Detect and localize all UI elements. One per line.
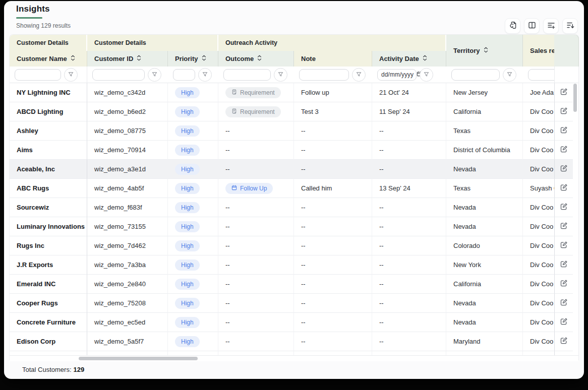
table-row[interactable]: Aceable, Inc wiz_demo_a3e1d High -- -- -…	[10, 160, 578, 179]
col-header-customer-id[interactable]: Customer ID	[87, 51, 168, 67]
priority-label: High	[181, 108, 194, 115]
outcome-cell: Requirement	[218, 83, 294, 102]
table-row[interactable]: Cooper Rugs wiz_demo_75208 High -- -- --…	[10, 294, 578, 313]
col-header-priority[interactable]: Priority	[168, 51, 218, 67]
customer-id-cell: wiz_demo_5a5f7	[87, 332, 168, 351]
col-header-note[interactable]: Note	[294, 51, 372, 67]
sales-rep-text: Div Coo	[530, 261, 553, 269]
activity-date-cell: --	[372, 121, 446, 141]
table-row[interactable]: Aims wiz_demo_70914 High -- -- -- Distri…	[10, 141, 578, 160]
edit-row-button[interactable]	[554, 255, 573, 275]
filter-date-input[interactable]: dd/mm/yyyy	[377, 69, 417, 81]
sort-icon[interactable]	[257, 55, 262, 62]
note-cell: --	[294, 332, 372, 351]
filter-button-note[interactable]	[352, 68, 366, 82]
sales-rep-cell: Joe Ada	[523, 83, 554, 102]
add-lines-icon	[547, 21, 556, 32]
filter-input-territory[interactable]	[451, 69, 500, 81]
sales-rep-cell: Div Coo	[523, 294, 554, 313]
tab-insights[interactable]: Insights	[16, 4, 50, 14]
outcome-empty-text: --	[225, 338, 230, 345]
table-row[interactable]: Concrete Furniture wiz_demo_ec5ed High -…	[10, 313, 578, 332]
table-row[interactable]: Ashley wiz_demo_08775 High -- -- -- Texa…	[10, 121, 578, 141]
priority-cell: High	[168, 294, 218, 313]
sort-icon[interactable]	[137, 55, 141, 62]
edit-row-button[interactable]	[554, 332, 573, 351]
split-columns-button[interactable]	[524, 18, 540, 34]
col-header-sales-rep[interactable]: Sales re	[523, 35, 554, 67]
sort-icon[interactable]	[484, 47, 488, 54]
customer-id-text: wiz_demo_b6ed2	[94, 108, 146, 115]
customer-name-text: ABC Rugs	[17, 184, 49, 192]
edit-row-button[interactable]	[554, 313, 573, 332]
edit-row-button[interactable]	[554, 236, 573, 255]
filter-button-territory[interactable]	[503, 68, 516, 82]
outcome-cell: --	[218, 236, 294, 255]
edit-row-button[interactable]	[554, 102, 573, 121]
table-row[interactable]: Edison Corp wiz_demo_5a5f7 High -- -- --…	[10, 332, 578, 351]
filter-input-customer-id[interactable]	[92, 69, 145, 81]
filter-button-activity-date[interactable]	[420, 68, 433, 82]
sort-icon[interactable]	[423, 55, 427, 62]
edit-row-button[interactable]	[554, 121, 573, 141]
sort-button[interactable]	[562, 18, 578, 34]
col-header-outcome[interactable]: Outcome	[218, 51, 294, 67]
scrollbar-gutter	[573, 255, 578, 275]
col-header-activity-date[interactable]: Activity Date	[372, 51, 446, 67]
edit-row-button[interactable]	[554, 83, 573, 102]
table-row[interactable]: NY Lightning INC wiz_demo_c342d High Req…	[10, 83, 578, 102]
edit-row-button[interactable]	[554, 179, 573, 198]
vertical-scrollbar-thumb[interactable]	[573, 84, 577, 112]
table-row[interactable]: J.R Exports wiz_demo_7a3ba High -- -- --…	[10, 255, 578, 275]
priority-cell: High	[168, 83, 218, 102]
customer-id-cell: wiz_demo_f683f	[87, 198, 168, 217]
table-row[interactable]: ABCD Lighting wiz_demo_b6ed2 High Requir…	[10, 102, 578, 121]
col-header-customer-name[interactable]: Customer Name	[10, 51, 87, 67]
scrollbar-gutter	[573, 198, 578, 217]
add-filter-button[interactable]	[543, 18, 559, 34]
table-row[interactable]: ABC Rugs wiz_demo_4ab5f High Follow Up C…	[10, 179, 578, 198]
horizontal-scrollbar[interactable]	[10, 355, 578, 361]
territory-text: Colorado	[453, 242, 480, 249]
sort-icon[interactable]	[202, 55, 206, 62]
customer-name-cell: Aceable, Inc	[10, 160, 87, 179]
customer-name-text: Aims	[17, 146, 33, 154]
table-row[interactable]: Sourcewiz wiz_demo_f683f High -- -- -- N…	[10, 198, 578, 217]
territory-text: Nevada	[453, 318, 476, 326]
filter-button-customer-name[interactable]	[64, 68, 78, 82]
edit-row-button[interactable]	[554, 275, 573, 294]
filter-input-sales-rep[interactable]	[528, 69, 554, 81]
refresh-data-button[interactable]	[505, 18, 520, 34]
edit-row-button[interactable]	[554, 294, 573, 313]
horizontal-scrollbar-thumb[interactable]	[79, 357, 198, 360]
scrollbar-gutter	[573, 217, 578, 236]
customer-name-text: Emerald INC	[17, 280, 55, 288]
edit-icon	[560, 279, 568, 289]
toolbar	[505, 18, 578, 34]
activity-date-cell: --	[372, 160, 446, 179]
edit-row-button[interactable]	[554, 351, 573, 355]
filter-button-outcome[interactable]	[274, 68, 287, 82]
filter-button-priority[interactable]	[198, 68, 212, 82]
territory-text: Nevada	[453, 165, 476, 173]
outcome-label: Follow Up	[240, 185, 267, 192]
edit-row-button[interactable]	[554, 141, 573, 160]
edit-row-button[interactable]	[554, 160, 573, 179]
filter-button-customer-id[interactable]	[148, 68, 161, 82]
filter-input-customer-name[interactable]	[15, 69, 61, 81]
table-row[interactable]	[10, 351, 578, 355]
filter-input-outcome[interactable]	[223, 69, 271, 81]
customer-id-cell: wiz_demo_ec5ed	[87, 313, 168, 332]
filter-input-priority[interactable]	[173, 69, 195, 81]
customer-id-cell: wiz_demo_7d462	[87, 236, 168, 255]
table-row[interactable]: Luminary Innovations wiz_demo_73155 High…	[10, 217, 578, 236]
edit-row-button[interactable]	[554, 198, 573, 217]
table-row[interactable]: Rugs Inc wiz_demo_7d462 High -- -- -- Co…	[10, 236, 578, 255]
table-row[interactable]: Emerald INC wiz_demo_2e840 High -- -- --…	[10, 275, 578, 294]
col-header-territory[interactable]: Territory	[446, 35, 523, 67]
edit-icon	[560, 88, 568, 97]
edit-row-button[interactable]	[554, 217, 573, 236]
sort-icon[interactable]	[71, 55, 75, 62]
sales-rep-cell: Div Coo	[523, 217, 554, 236]
filter-input-note[interactable]	[299, 69, 349, 81]
